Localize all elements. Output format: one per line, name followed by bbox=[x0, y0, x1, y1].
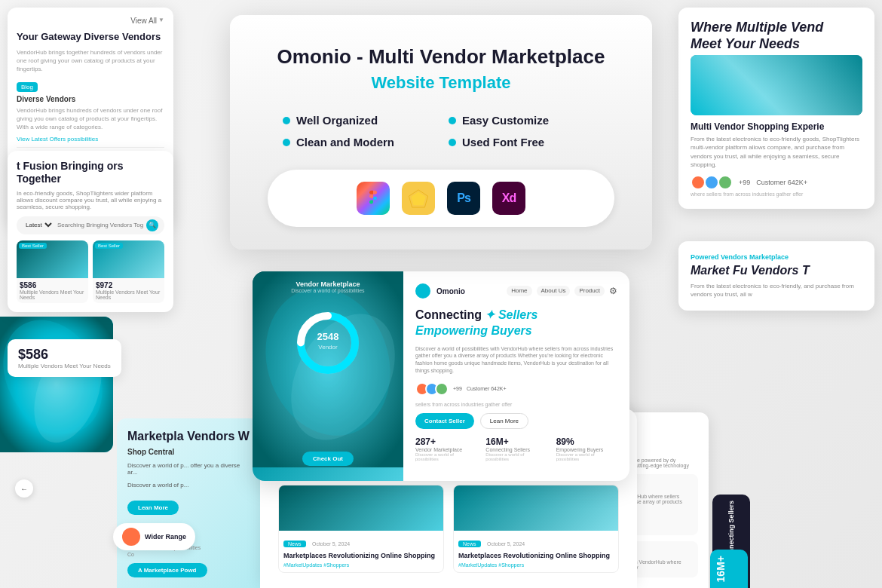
left-stat-card: $586 Multiple Vendors Meet Your Needs bbox=[8, 339, 121, 377]
tag-btn-1[interactable]: Blog bbox=[17, 82, 38, 92]
wider-range-avatar bbox=[122, 528, 140, 546]
stat-287-label: Vendor Marketplace bbox=[415, 447, 476, 452]
product-badge-2: Best Seller bbox=[95, 243, 123, 249]
right-mid-label: Powered Vendors Marketplace bbox=[691, 253, 862, 261]
feature-label-1: Well Organized bbox=[296, 114, 378, 127]
marketplace-powered-button[interactable]: A Marketplace Powd bbox=[127, 563, 207, 577]
customer-avatars: +99 Customer 642K+ bbox=[691, 175, 862, 190]
vendor-marketplace-label: Vendor Marketplace bbox=[253, 280, 403, 288]
left-hero-card: t Fusion Bringing ors Together In eco-fr… bbox=[8, 151, 173, 312]
news-grid: News October 5, 2024 Marketplaces Revolu… bbox=[278, 485, 619, 573]
product-name-1: Multiple Vendors Meet Your Needs bbox=[20, 289, 85, 300]
stat-287-num: 287+ bbox=[415, 436, 476, 447]
right-top-title: Where Multiple Vend Meet Your Needs bbox=[691, 20, 862, 52]
contact-seller-button[interactable]: Contact Seller bbox=[415, 413, 474, 429]
product-info-1: $586 Multiple Vendors Meet Your Needs bbox=[17, 278, 88, 303]
view-offers-link-1[interactable]: View Latest Offers possibilities bbox=[17, 136, 164, 142]
right-mid-card: Powered Vendors Marketplace Market Fu Ve… bbox=[678, 241, 874, 311]
preview-hero-desc: Discover a world of possibilities with V… bbox=[415, 345, 617, 375]
preview-avatars: +99 Customer 642K+ bbox=[415, 382, 617, 396]
wider-range-label: Wider Range bbox=[145, 533, 186, 541]
main-subtitle: Website Template bbox=[268, 73, 614, 93]
news-content-2: News October 5, 2024 Marketplaces Revolu… bbox=[454, 531, 618, 572]
feature-label-3: Clean and Modern bbox=[296, 136, 394, 149]
news-badge-1: News bbox=[283, 541, 306, 547]
product-grid: Best Seller $586 Multiple Vendors Meet Y… bbox=[17, 240, 164, 303]
feature-label-2: Easy Customize bbox=[462, 114, 549, 127]
divider bbox=[17, 147, 164, 148]
feature-dot-4 bbox=[449, 139, 456, 146]
lean-more-button[interactable]: Lean More bbox=[127, 501, 179, 515]
preview-stats: 287+ Vendor Marketplace Discover a world… bbox=[415, 436, 617, 461]
stat-16m-desc: Discover a world of possibilities bbox=[485, 452, 547, 461]
empowering-buyers: Empowering Buyers bbox=[415, 324, 532, 337]
stat-co: Co bbox=[127, 552, 250, 557]
shop-central-label: Shop Central bbox=[127, 448, 250, 456]
lean-more-button-2[interactable]: Lean More bbox=[480, 413, 528, 429]
stat-89: 89% Empowering Buyers Discover a world o… bbox=[556, 436, 617, 461]
figma-icon bbox=[357, 182, 390, 215]
stat-16m-label: 16M+ bbox=[715, 556, 727, 582]
product-card-1[interactable]: Best Seller $586 Multiple Vendors Meet Y… bbox=[17, 240, 88, 303]
preview-nav: Omonio Home About Us Product ⚙ bbox=[415, 283, 617, 299]
right-mid-title: Market Fu Vendors T bbox=[691, 264, 862, 277]
news-img-1 bbox=[279, 485, 443, 531]
left-hero-title: t Fusion Bringing ors Together bbox=[17, 160, 164, 185]
feature-label-4: Used Font Free bbox=[462, 136, 544, 149]
chevron-down-icon: ▼ bbox=[158, 17, 164, 25]
prev-avatar-3 bbox=[435, 382, 449, 396]
news-title-2[interactable]: Marketplaces Revolutionizing Online Shop… bbox=[458, 552, 614, 559]
left-hero-desc: In eco-friendly goods, ShopTlighters wid… bbox=[17, 190, 164, 210]
stat-586: $586 bbox=[18, 347, 111, 363]
cta-buttons: Contact Seller Lean More bbox=[415, 413, 617, 429]
stat-89-desc: Discover a world of possibilities bbox=[556, 452, 617, 461]
product-name-2: Multiple Vendors Meet Your Needs bbox=[96, 289, 161, 300]
discover-label: Discover a world of possibilities bbox=[253, 288, 403, 293]
product-card-2[interactable]: Best Seller $972 Multiple Vendors Meet Y… bbox=[93, 240, 164, 303]
search-button[interactable]: 🔍 bbox=[146, 219, 158, 231]
right-mid-desc: From the latest electronics to eco-frien… bbox=[691, 282, 862, 299]
preview-left-panel: Vendor Marketplace Discover a world of p… bbox=[253, 271, 403, 481]
news-tags-1: #MarketUpdates #Shoppers bbox=[283, 562, 439, 568]
nav-about[interactable]: About Us bbox=[537, 286, 571, 296]
svg-text:Vendor: Vendor bbox=[318, 344, 338, 351]
vendor-1-name: Diverse Vendors bbox=[17, 95, 164, 103]
search-select[interactable]: Latest bbox=[23, 221, 54, 229]
customer-count: Customer 642K+ bbox=[756, 179, 807, 186]
mid-left-decorative-image bbox=[0, 317, 113, 452]
news-title-1[interactable]: Marketplaces Revolutionizing Online Shop… bbox=[283, 552, 439, 559]
shop-desc: Discover a world of p... offer you a div… bbox=[127, 462, 250, 476]
view-all-text[interactable]: View All bbox=[130, 17, 157, 25]
left-arrow-button[interactable]: ← bbox=[15, 479, 33, 498]
product-price-1: $586 bbox=[20, 281, 85, 289]
right-top-subtitle: Multi Vendor Shopping Experie bbox=[691, 121, 862, 132]
center-main-card: Omonio - Multi Vendor Marketplace Websit… bbox=[230, 15, 652, 250]
settings-icon[interactable]: ⚙ bbox=[609, 286, 617, 296]
vendor-1-desc: VendorHub brings hundreds of vendors und… bbox=[17, 106, 164, 132]
stat-16m-card: 16M+ bbox=[710, 550, 748, 588]
stat-16m-num: 16M+ bbox=[485, 436, 547, 447]
nav-product[interactable]: Product bbox=[574, 286, 605, 296]
feature-used-font-free: Used Font Free bbox=[449, 136, 599, 149]
product-price-2: $972 bbox=[96, 281, 161, 289]
nav-home[interactable]: Home bbox=[507, 286, 531, 296]
search-bar[interactable]: Latest 🔍 bbox=[17, 216, 164, 234]
feature-well-organized: Well Organized bbox=[283, 114, 433, 127]
preview-right-panel: Omonio Home About Us Product ⚙ Connectin… bbox=[403, 271, 629, 481]
avatar-1 bbox=[691, 175, 706, 190]
main-title: Omonio - Multi Vendor Marketplace bbox=[268, 45, 614, 69]
feature-clean-modern: Clean and Modern bbox=[283, 136, 433, 149]
news-content-1: News October 5, 2024 Marketplaces Revolu… bbox=[279, 531, 443, 572]
news-item-2: News October 5, 2024 Marketplaces Revolu… bbox=[453, 485, 619, 573]
check-out-button[interactable]: Check Out bbox=[302, 452, 354, 466]
avatar-3 bbox=[718, 175, 733, 190]
news-date-1: October 5, 2024 bbox=[312, 541, 350, 547]
feature-dot-1 bbox=[283, 117, 290, 124]
preview-hero-title: Connecting ✦ Sellers Empowering Buyers bbox=[415, 308, 617, 339]
product-img-1: Best Seller bbox=[17, 240, 88, 278]
bottom-left-title: Marketpla Vendors W bbox=[127, 429, 250, 443]
stat-287: 287+ Vendor Marketplace Discover a world… bbox=[415, 436, 476, 461]
product-image-teal bbox=[691, 55, 862, 115]
left-top-desc: VendorHub brings together hundreds of ve… bbox=[17, 48, 164, 74]
search-input[interactable] bbox=[54, 222, 146, 228]
